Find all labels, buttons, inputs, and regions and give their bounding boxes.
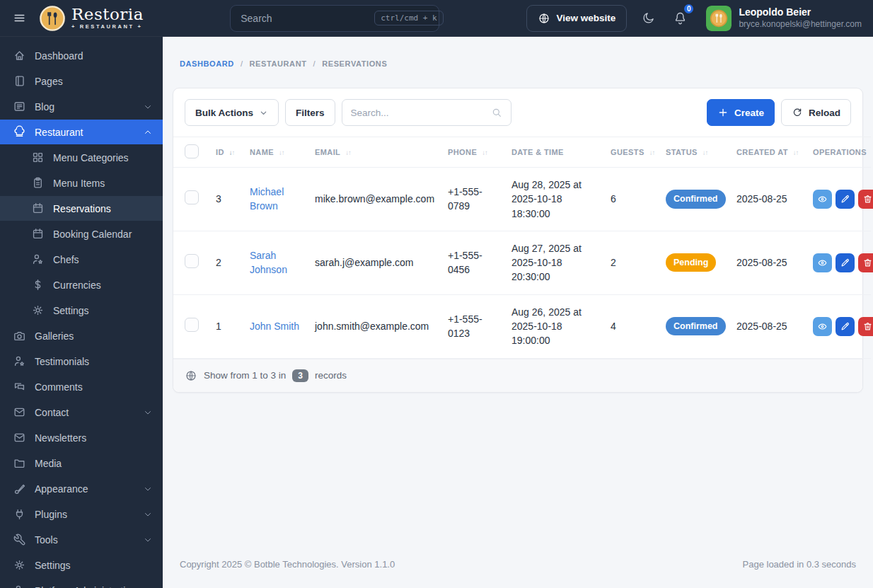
theme-toggle-button[interactable] (638, 8, 659, 28)
sidebar-item-menu-items[interactable]: Menu Items (0, 171, 163, 195)
breadcrumb-dashboard-link[interactable]: DASHBOARD (180, 59, 234, 68)
sidebar-item-platform-administration[interactable]: Platform Administration (0, 578, 163, 588)
edit-button[interactable] (836, 190, 855, 209)
sort-asc-icon: ↑ (652, 149, 654, 156)
reservations-table: ID↓↑ NAME↓↑ EMAIL↓↑ PHONE↓↑ DATE & TIME … (173, 137, 871, 359)
sidebar-item-testimonials[interactable]: Testimonials (0, 349, 163, 374)
sidebar-item-label: Pages (35, 76, 63, 87)
sidebar-item-restaurant[interactable]: Restaurant (0, 120, 163, 144)
home-icon (16, 52, 23, 59)
sidebar-item-media[interactable]: Media (0, 451, 163, 475)
view-website-button[interactable]: View website (526, 5, 628, 32)
globe-icon (187, 371, 195, 380)
reservation-name-link[interactable]: John Smith (250, 321, 299, 332)
column-header-guests[interactable]: GUESTS↓↑ (605, 137, 660, 168)
reservation-name-link[interactable]: Sarah Johnson (250, 250, 287, 275)
chef-hat-icon (15, 126, 24, 136)
gear-icon (16, 561, 24, 570)
blog-icon (15, 103, 24, 110)
user-star-icon (34, 255, 42, 263)
sidebar-item-tools[interactable]: Tools (0, 527, 163, 552)
view-button[interactable] (813, 253, 832, 272)
sidebar-toggle-button[interactable] (8, 7, 30, 29)
create-label: Create (734, 108, 764, 118)
breadcrumb-reservations: RESERVATIONS (322, 59, 387, 68)
delete-button[interactable] (858, 317, 873, 336)
sidebar-item-label: Tools (35, 534, 58, 546)
sidebar-item-pages[interactable]: Pages (0, 69, 163, 93)
filters-button[interactable]: Filters (285, 99, 335, 126)
column-header-email[interactable]: EMAIL↓↑ (309, 137, 442, 168)
reservation-name-link[interactable]: Michael Brown (250, 186, 284, 212)
sidebar-item-booking-calendar[interactable]: Booking Calendar (0, 221, 163, 246)
sort-icons: ↓↑ (649, 149, 655, 156)
moon-icon (644, 13, 653, 23)
edit-button[interactable] (836, 317, 855, 336)
mail-icon (15, 434, 24, 441)
column-header-created-at[interactable]: CREATED AT↓↑ (731, 137, 807, 168)
cell-email: john.smith@example.com (309, 294, 442, 358)
sidebar-item-dashboard[interactable]: Dashboard (0, 43, 163, 68)
delete-button[interactable] (858, 190, 873, 209)
view-button[interactable] (813, 317, 832, 336)
sidebar-item-contact[interactable]: Contact (0, 400, 163, 425)
cell-datetime: Aug 27, 2025 at 2025-10-18 20:30:00 (506, 231, 605, 294)
sidebar-item-restaurant-settings[interactable]: Settings (0, 298, 163, 323)
column-header-name[interactable]: NAME↓↑ (244, 137, 309, 168)
sidebar-item-blog[interactable]: Blog (0, 94, 163, 119)
delete-button[interactable] (858, 253, 873, 272)
view-website-label: View website (557, 13, 616, 23)
reload-button[interactable]: Reload (781, 99, 851, 126)
column-header-phone[interactable]: PHONE↓↑ (442, 137, 506, 168)
sidebar-item-label: Chefs (53, 254, 79, 265)
trash-icon (865, 323, 871, 329)
sort-icons: ↓↑ (229, 149, 235, 156)
sidebar-item-galleries[interactable]: Galleries (0, 323, 163, 348)
cell-phone: +1-555-0123 (442, 294, 506, 358)
edit-button[interactable] (836, 253, 855, 272)
trash-icon (865, 195, 871, 202)
global-search-input[interactable] (241, 13, 369, 24)
notifications-button[interactable]: 0 (670, 8, 690, 28)
bulk-actions-label: Bulk Actions (195, 108, 253, 118)
pages-icon (16, 76, 23, 86)
sidebar-item-label: Platform Administration (35, 585, 137, 588)
sort-asc-icon: ↑ (796, 149, 799, 156)
chevron-down-icon (261, 112, 266, 114)
table-search[interactable] (342, 99, 511, 126)
chevron-down-icon (143, 102, 153, 112)
sort-icons: ↓↑ (703, 149, 708, 156)
row-checkbox[interactable] (185, 254, 199, 268)
row-checkbox[interactable] (185, 190, 199, 204)
user-menu[interactable]: Leopoldo Beier bryce.konopelski@hettinge… (706, 6, 862, 31)
sidebar-item-label: Menu Categories (53, 152, 129, 163)
brand-logo[interactable]: Restoria + RESTAURANT + (39, 5, 144, 32)
user-email: bryce.konopelski@hettinger.com (739, 19, 862, 30)
camera-icon (15, 333, 24, 340)
column-header-status[interactable]: STATUS↓↑ (660, 137, 731, 168)
select-all-checkbox[interactable] (185, 144, 199, 158)
sidebar-item-label: Galleries (35, 330, 74, 342)
row-checkbox[interactable] (185, 318, 199, 332)
sidebar-item-plugins[interactable]: Plugins (0, 502, 163, 526)
sidebar-item-settings[interactable]: Settings (0, 553, 163, 577)
sort-icons: ↓↑ (793, 149, 799, 156)
pencil-icon (842, 195, 848, 202)
sidebar-item-currencies[interactable]: Currencies (0, 272, 163, 297)
sidebar-item-newsletters[interactable]: Newsletters (0, 425, 163, 450)
sidebar-item-menu-categories[interactable]: Menu Categories (0, 145, 163, 170)
sidebar-item-comments[interactable]: Comments (0, 374, 163, 399)
view-button[interactable] (813, 190, 832, 209)
sidebar-item-label: Settings (53, 305, 89, 316)
sidebar-item-chefs[interactable]: Chefs (0, 247, 163, 272)
table-search-input[interactable] (351, 108, 485, 118)
folder-icon (15, 460, 24, 467)
search-icon (493, 109, 500, 116)
bulk-actions-button[interactable]: Bulk Actions (185, 99, 279, 126)
sidebar-item-appearance[interactable]: Appearance (0, 476, 163, 501)
column-header-id[interactable]: ID↓↑ (210, 137, 244, 168)
search-shortcut-hint: ctrl/cmd + k (374, 11, 443, 25)
sidebar-item-reservations[interactable]: Reservations (0, 196, 163, 221)
create-button[interactable]: Create (707, 99, 775, 126)
global-search[interactable]: ctrl/cmd + k (230, 5, 439, 32)
